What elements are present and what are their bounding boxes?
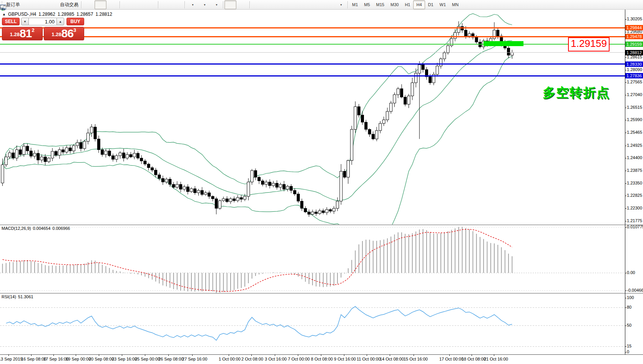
candle-body (265, 182, 268, 184)
timeframe-w1-button[interactable]: W1 (437, 0, 449, 9)
resistance-line-1[interactable] (0, 27, 625, 28)
highlight-rectangle[interactable] (483, 41, 523, 46)
candle-body (429, 77, 432, 83)
time-tick-label: 11 Oct 00:00 (357, 357, 380, 361)
auto-scroll-button[interactable] (160, 0, 171, 9)
candle-body (382, 120, 385, 123)
timeframe-h4-button[interactable]: H4 (413, 0, 425, 9)
cursor-button[interactable] (224, 0, 236, 9)
rsi-pane[interactable] (0, 294, 625, 354)
time-tick-label: 27 Sep 16:00 (182, 357, 207, 361)
candle-body (26, 146, 29, 151)
volume-input[interactable] (29, 18, 56, 25)
support-line-2[interactable] (0, 75, 625, 76)
candle-body (158, 175, 161, 178)
candle-body (122, 153, 125, 158)
price-flag-label[interactable]: 1.29159 (568, 37, 610, 52)
time-tick-mark (145, 354, 145, 356)
new-chart-button[interactable]: ▾ (186, 0, 198, 9)
buy-button[interactable]: BUY (66, 18, 84, 25)
resistance-line-2[interactable] (0, 36, 625, 37)
candle-body (101, 150, 104, 155)
candle-body (147, 164, 150, 168)
sell-price-point: 2 (32, 28, 34, 33)
trendline-button[interactable] (275, 0, 287, 9)
price-tick-mark (625, 171, 626, 171)
macd-name: MACD(12,26,9) (2, 226, 31, 231)
time-tick-label: 16 Sep 08:00 (21, 357, 46, 361)
indicator-tick-label: 0.00 (627, 270, 635, 275)
candle-body (1, 165, 4, 183)
templates-button[interactable]: ▾ (210, 0, 222, 9)
horizontal-line-button[interactable] (263, 0, 275, 9)
signals-button[interactable] (45, 0, 57, 9)
candle-body (186, 187, 189, 191)
time-tick-label: 17 Oct 00:00 (439, 357, 464, 361)
text-label-button[interactable]: T (322, 0, 334, 9)
timeframe-mn-button[interactable]: MN (449, 0, 462, 9)
price-tick-mark (625, 120, 626, 120)
timeframe-m1-button[interactable]: M1 (349, 0, 361, 9)
macd-value: 0.004654 (33, 226, 50, 231)
gold-button[interactable] (22, 0, 33, 9)
candle-body (436, 66, 439, 75)
pane-separator-rsi[interactable] (0, 293, 643, 294)
candle-body (144, 161, 146, 164)
main-chart[interactable] (0, 10, 625, 224)
support-line-1[interactable] (0, 63, 625, 65)
toolbar-separator (158, 1, 158, 8)
candle-body (194, 189, 196, 193)
chevron-down-icon: ▾ (340, 3, 342, 7)
volume-increase-button[interactable]: ▲ (56, 18, 64, 25)
candle-body (272, 183, 275, 186)
bollinger-lower (3, 57, 512, 224)
zoom-out-button[interactable] (133, 0, 145, 9)
candle-body (161, 178, 164, 182)
mt4-terminal: 新订单自动交易▾▾▾EFAT▾M1M5M15M30H1H4D1W1MN ▲ GB… (0, 0, 643, 364)
time-tick-mark (122, 354, 122, 356)
candle-body (80, 143, 82, 149)
candle-body (240, 198, 243, 199)
tile-windows-button[interactable] (145, 0, 157, 9)
candle-body (397, 89, 399, 95)
bid-price-line (0, 52, 625, 53)
chart-shift-button[interactable] (171, 0, 183, 9)
chinese-annotation[interactable]: 多空转折点 (543, 84, 610, 101)
timeframe-h1-button[interactable]: H1 (402, 0, 413, 9)
pane-separator-macd[interactable] (0, 224, 643, 226)
sell-button[interactable]: SELL (2, 18, 20, 25)
buy-price[interactable]: 1.28 86 3 (44, 27, 85, 40)
arrows-button[interactable]: ▾ (334, 0, 346, 9)
profile-button[interactable] (33, 0, 45, 9)
crosshair-button[interactable] (236, 0, 248, 9)
macd-pane[interactable] (0, 225, 625, 293)
bar-chart-button[interactable] (83, 0, 95, 9)
candle-body (44, 157, 47, 161)
timeframe-m30-button[interactable]: M30 (387, 0, 402, 9)
chat-button[interactable] (628, 0, 640, 9)
zoom-in-button[interactable] (121, 0, 133, 9)
equidistant-channel-button[interactable]: E (287, 0, 299, 9)
collapse-panel-arrow[interactable]: ▲ (2, 12, 6, 16)
timeframe-m15-button[interactable]: M15 (373, 0, 387, 9)
candle-body (140, 158, 143, 161)
time-tick-label: 20 Sep 08:00 (89, 357, 114, 361)
line-chart-button[interactable] (106, 0, 118, 9)
candle-body (8, 153, 11, 157)
candle-body (58, 150, 61, 155)
sell-price[interactable]: 1.28 81 2 (2, 27, 43, 40)
periods-button[interactable]: ▾ (198, 0, 210, 9)
timeframe-m5-button[interactable]: M5 (361, 0, 373, 9)
candlestick-chart-button[interactable] (95, 0, 106, 9)
timeframe-d1-button[interactable]: D1 (425, 0, 437, 9)
symbol-period: GBPUSD-,H4 (8, 12, 36, 17)
price-badge-1.29159: 1.29159 (625, 42, 643, 47)
text-button[interactable]: A (311, 0, 322, 9)
search-button[interactable] (614, 0, 626, 9)
autotrading-button[interactable]: 自动交易 (57, 0, 80, 9)
fibonacci-button[interactable]: F (299, 0, 311, 9)
pivot-line[interactable] (0, 44, 625, 45)
open-value: 1.28962 (38, 12, 55, 17)
volume-decrease-button[interactable]: ▼ (21, 18, 29, 25)
vertical-line-button[interactable] (251, 0, 263, 9)
